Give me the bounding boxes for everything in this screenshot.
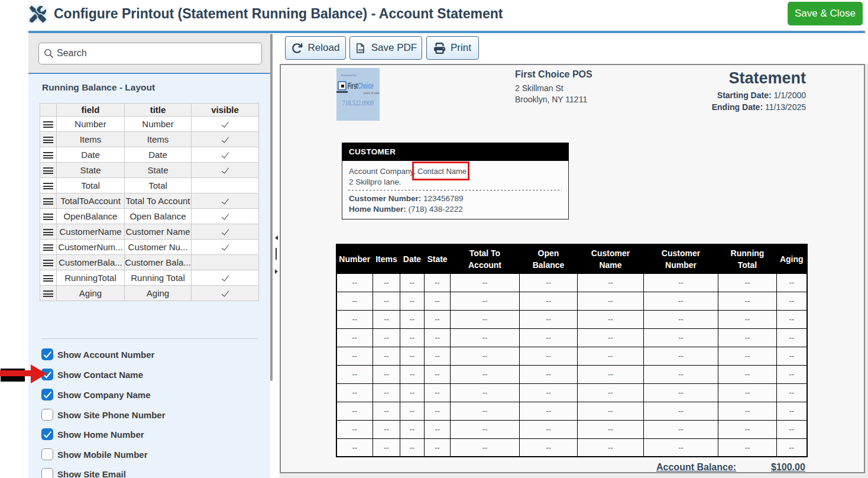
svg-text:PDF: PDF	[358, 49, 364, 52]
